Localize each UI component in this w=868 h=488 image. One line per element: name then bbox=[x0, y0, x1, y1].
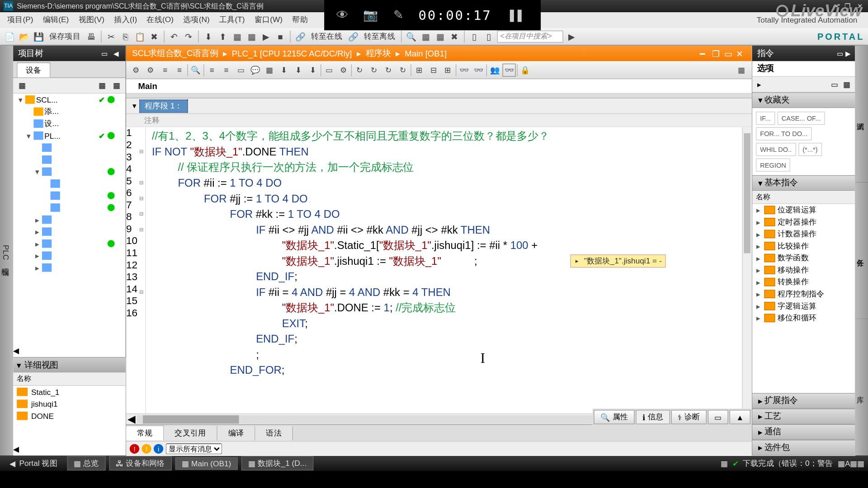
instruction-accordion[interactable]: ▸通信 bbox=[752, 424, 855, 440]
editor-close-icon[interactable]: ✕ bbox=[736, 49, 745, 58]
detail-row[interactable]: Static_1 bbox=[13, 386, 125, 398]
warning-filter-icon[interactable]: ! bbox=[142, 444, 151, 453]
menu-options[interactable]: 选项(N) bbox=[179, 13, 215, 26]
ed-tb-17[interactable]: ↻ bbox=[382, 63, 395, 76]
favorite-item[interactable]: CASE... OF... bbox=[777, 112, 825, 125]
favorite-item[interactable]: IF... bbox=[756, 112, 775, 125]
menu-tools[interactable]: 工具(T) bbox=[214, 13, 250, 26]
network-segment-label[interactable]: 程序段 1： bbox=[139, 99, 188, 113]
ed-tb-monitor-icon[interactable]: 👓 bbox=[458, 63, 471, 76]
task-datablock[interactable]: ▦ 数据块_1 (D... bbox=[241, 456, 313, 470]
ed-tb-21[interactable]: ⊞ bbox=[441, 63, 454, 76]
instruction-accordion[interactable]: ▸工艺 bbox=[752, 408, 855, 424]
detail-scroll-left[interactable]: ◀ bbox=[13, 445, 19, 454]
instructions-list[interactable]: ▸位逻辑运算▸定时器操作▸计数器操作▸比较操作▸数学函数▸移动操作▸转换操作▸程… bbox=[752, 204, 855, 393]
ed-tb-26[interactable]: 🔒 bbox=[519, 63, 532, 76]
go-online-icon[interactable]: 🔗 bbox=[294, 30, 307, 42]
upload-icon[interactable]: ⬆ bbox=[217, 30, 229, 42]
ed-tb-9[interactable]: ▦ bbox=[263, 63, 276, 76]
open-project-icon[interactable]: 📂 bbox=[18, 30, 30, 42]
tb-icon-1[interactable]: ▦ bbox=[231, 30, 243, 42]
crumb-blocks[interactable]: 程序块 bbox=[366, 48, 391, 59]
editor-float-icon[interactable]: ❐ bbox=[712, 49, 722, 58]
pencil-icon[interactable]: ✎ bbox=[393, 8, 404, 22]
btab-general[interactable]: 常规 bbox=[126, 426, 164, 441]
interface-splitter[interactable] bbox=[126, 94, 752, 99]
menu-edit[interactable]: 编辑(E) bbox=[38, 13, 74, 26]
undo-icon[interactable]: ↶ bbox=[168, 30, 180, 42]
instruction-group[interactable]: ▸比较操作 bbox=[752, 240, 855, 252]
search-go-icon[interactable]: ▶ bbox=[566, 30, 578, 42]
task-overview[interactable]: ▦ 总览 bbox=[67, 456, 105, 470]
save-icon[interactable]: 💾 bbox=[33, 30, 45, 42]
project-search-input[interactable]: <在项目中搜索> bbox=[497, 30, 563, 42]
ed-tb-1[interactable]: ⚙ bbox=[130, 63, 143, 76]
instr-float-icon[interactable]: ▭ bbox=[837, 50, 843, 57]
ed-tb-25[interactable]: 👓 bbox=[503, 63, 516, 76]
tb-icon-3[interactable]: 🔍 bbox=[405, 30, 417, 42]
favorite-item[interactable]: REGION bbox=[756, 159, 790, 172]
btab-compile[interactable]: 编译 bbox=[217, 426, 255, 440]
tree-item[interactable] bbox=[13, 202, 125, 214]
editor-hscroll[interactable]: ◀ ▶ bbox=[126, 413, 626, 424]
ed-tb-18[interactable]: ↻ bbox=[396, 63, 409, 76]
portal-view-button[interactable]: ◀ Portal 视图 bbox=[4, 458, 63, 469]
redo-icon[interactable]: ↷ bbox=[183, 30, 195, 42]
opt-tb-3[interactable]: ▦ bbox=[843, 80, 850, 89]
ed-tb-8[interactable]: 💬 bbox=[249, 63, 262, 76]
ed-tb-10[interactable]: ⬇ bbox=[278, 63, 291, 76]
inspector-toggle-2[interactable]: ▲ bbox=[730, 410, 750, 424]
menu-online[interactable]: 在线(O) bbox=[142, 13, 179, 26]
tb-icon-6[interactable]: ✖ bbox=[448, 30, 461, 42]
paste-icon[interactable]: 📋 bbox=[134, 30, 146, 42]
ed-tb-12[interactable]: ⬇ bbox=[306, 63, 319, 76]
devices-tab[interactable]: 设备 bbox=[17, 62, 50, 77]
favorite-item[interactable]: WHIL DO.. bbox=[756, 143, 796, 156]
instruction-group[interactable]: ▸计数器操作 bbox=[752, 228, 855, 240]
go-offline-icon[interactable]: 🔗 bbox=[347, 30, 359, 42]
download-icon[interactable]: ⬇ bbox=[203, 30, 215, 42]
instruction-accordion[interactable]: ▸扩展指令 bbox=[752, 393, 855, 409]
error-filter-icon[interactable]: ! bbox=[130, 444, 139, 453]
opt-tb-1[interactable]: ▸ bbox=[757, 80, 761, 89]
ed-tb-4[interactable]: ≡ bbox=[173, 63, 186, 76]
tb-icon-8[interactable]: ▯ bbox=[483, 30, 495, 42]
info-tab[interactable]: ℹ 信息 bbox=[636, 410, 670, 424]
right-tab-1[interactable]: 测试 bbox=[855, 46, 868, 182]
instr-hide-icon[interactable]: ▶ bbox=[845, 50, 850, 57]
tb-icon-2[interactable]: ▦ bbox=[245, 30, 258, 42]
tree-item[interactable]: ▸ bbox=[13, 262, 125, 274]
code-editor[interactable]: 12345678910111213141516 ⊟ ⊟⊟⊟⊟ ⊟ //有1、2、… bbox=[126, 127, 752, 413]
ed-tb-16[interactable]: ↻ bbox=[368, 63, 381, 76]
instruction-group[interactable]: ▸定时器操作 bbox=[752, 216, 855, 228]
right-tab-3[interactable]: 库 bbox=[855, 319, 868, 455]
menu-help[interactable]: 帮助 bbox=[288, 13, 313, 26]
message-filter-select[interactable]: 显示所有消息 bbox=[166, 443, 222, 454]
ed-tb-19[interactable]: ⊞ bbox=[412, 63, 425, 76]
instruction-group[interactable]: ▸位逻辑运算 bbox=[752, 204, 855, 216]
crumb-project[interactable]: SCL求组合数_C语言例 bbox=[132, 48, 218, 59]
task-main-ob1[interactable]: ▦ Main (OB1) bbox=[175, 457, 238, 469]
ed-tb-14[interactable]: ⚙ bbox=[337, 63, 350, 76]
ed-tb-3[interactable]: ≡ bbox=[159, 63, 172, 76]
left-sidebar-tab[interactable]: PLC 编程 bbox=[0, 46, 13, 455]
instruction-group[interactable]: ▸移位和循环 bbox=[752, 312, 855, 324]
tree-item[interactable]: ▸ bbox=[13, 238, 125, 250]
tree-scroll-left[interactable]: ◀ bbox=[13, 346, 19, 355]
network-comment[interactable]: 注释 bbox=[126, 114, 752, 127]
network-header[interactable]: ▾ 程序段 1： bbox=[126, 99, 752, 114]
tb-icon-4[interactable]: ▦ bbox=[420, 30, 432, 42]
diagnostics-tab[interactable]: ⚕ 诊断 bbox=[671, 410, 707, 424]
tree-item[interactable]: ▾PL...✔ bbox=[13, 130, 125, 142]
tree-item[interactable]: ▾SCL...✔ bbox=[13, 94, 125, 106]
tree-item[interactable]: ▸ bbox=[13, 249, 125, 262]
status-tray-2[interactable]: A bbox=[845, 459, 850, 468]
tree-item[interactable]: 设... bbox=[13, 117, 125, 130]
tree-item[interactable]: 添... bbox=[13, 106, 125, 118]
btab-xref[interactable]: 交叉引用 bbox=[164, 426, 217, 440]
new-project-icon[interactable]: 📄 bbox=[4, 30, 16, 42]
instruction-accordion[interactable]: ▸选件包 bbox=[752, 440, 855, 455]
tree-tb-icon-2[interactable]: ▦ bbox=[97, 80, 108, 91]
tree-item[interactable] bbox=[13, 141, 125, 154]
tree-float-icon[interactable]: ▭ bbox=[99, 49, 109, 58]
